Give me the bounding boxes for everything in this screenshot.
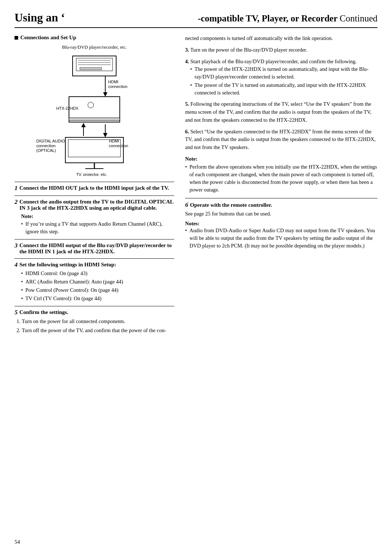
step-operate-title: Operate with the remote controller.: [190, 202, 272, 208]
step-2-num: 2: [15, 199, 18, 211]
svg-text:connection: connection: [109, 144, 128, 148]
step-5-item-1: Turn on the power for all connected comp…: [22, 318, 174, 325]
notes-item-1: Audio from DVD-Audio or Super Audio CD m…: [185, 227, 377, 250]
content-area: Connections and Set Up Blu-ray/DVD playe…: [15, 35, 377, 338]
right-note: Note: Perform the above operations when …: [185, 155, 377, 194]
svg-text:HDMI: HDMI: [108, 80, 118, 84]
step-3-title: 3 Connect the HDMI output of the Blu-ray…: [15, 242, 174, 255]
svg-rect-0: [73, 56, 116, 76]
connections-heading: Connections and Set Up: [15, 35, 174, 41]
step-operate-num: 6: [185, 201, 188, 209]
right-step-4: 4. Start playback of the Blu-ray/DVD pla…: [185, 58, 377, 97]
header-compatible: -compatible TV, Player, or Recorder: [198, 13, 338, 23]
notes-list: Audio from DVD-Audio or Super Audio CD m…: [185, 227, 377, 250]
step-5-list: Turn on the power for all connected comp…: [15, 318, 174, 334]
step-2-title: 2 Connect the audio output from the TV t…: [15, 199, 174, 211]
svg-text:HTX-22HDX: HTX-22HDX: [56, 106, 79, 110]
step-operate-title-row: 6 Operate with the remote controller.: [185, 201, 377, 209]
svg-point-11: [88, 102, 94, 108]
svg-marker-15: [81, 123, 86, 127]
step-2-note-item: If you’re using a TV that supports Audio…: [21, 220, 174, 235]
step-4: 4 Set the following settings in HDMI Set…: [15, 258, 174, 303]
svg-text:(OPTICAL): (OPTICAL): [36, 148, 56, 153]
page-number: 54: [15, 539, 20, 545]
right-notes: Notes: Audio from DVD-Audio or Super Aud…: [185, 221, 377, 250]
step-2: 2 Connect the audio output from the TV t…: [15, 196, 174, 235]
bullet-item: The power of the TV is turned on automat…: [190, 81, 377, 97]
step-3: 3 Connect the HDMI output of the Blu-ray…: [15, 239, 174, 255]
bullet-item: ARC (Audio Return Channel): Auto (page 4…: [21, 278, 174, 286]
step-4-title: 4 Set the following settings in HDMI Set…: [15, 262, 174, 269]
step-1: 1 Connect the HDMI OUT jack to the HDMI …: [15, 182, 174, 192]
right-step-5: 5. Following the operating instructions …: [185, 100, 377, 124]
svg-text:connection: connection: [36, 144, 56, 148]
step-4-num: 4: [15, 262, 18, 269]
right-continued-text: nected components is turned off automati…: [185, 35, 377, 43]
connection-diagram: HDMI connection HTX-22HDX DIGITAL AUDIO: [33, 52, 156, 176]
right-step-3: 3. Turn on the power of the Blu-ray/DVD …: [185, 46, 377, 54]
svg-marker-17: [103, 133, 107, 137]
step-2-note-list: If you’re using a TV that supports Audio…: [21, 220, 174, 235]
bullet-item: HDMI Control: On (page 43): [21, 270, 174, 277]
page-header: Using an ‘ -compatible TV, Player, or Re…: [15, 11, 377, 28]
step-3-num: 3: [15, 242, 18, 255]
right-note-list: Perform the above operations when you in…: [185, 163, 377, 194]
header-title-left: Using an ‘: [15, 11, 65, 24]
notes-label: Notes:: [185, 221, 377, 227]
step-1-title: 1 Connect the HDMI OUT jack to the HDMI …: [15, 185, 174, 192]
step-5-num: 5: [15, 309, 18, 316]
step-2-note: Note: If you’re using a TV that supports…: [21, 213, 174, 235]
header-continued: Continued: [340, 13, 377, 23]
diagram-container: Blu-ray/DVD player/recorder, etc. HDMI c…: [15, 44, 174, 176]
step-4-bullets: HDMI Control: On (page 43) ARC (Audio Re…: [21, 270, 174, 302]
step-operate-body: See page 25 for buttons that can be used…: [185, 210, 377, 218]
svg-text:DIGITAL AUDIO: DIGITAL AUDIO: [36, 139, 65, 143]
step-5-title: 5 Confirm the settings.: [15, 309, 174, 316]
step-5-item-2: Turn off the power of the TV, and confir…: [22, 327, 174, 334]
header-title-right: -compatible TV, Player, or Recorder Cont…: [65, 13, 377, 24]
diagram-label-top: Blu-ray/DVD player/recorder, etc.: [62, 44, 127, 50]
right-note-item: Perform the above operations when you in…: [185, 163, 377, 194]
divider: [185, 198, 377, 198]
left-column: Connections and Set Up Blu-ray/DVD playe…: [15, 35, 174, 338]
black-square-icon: [15, 36, 18, 40]
bullet-item: Pow Control (Power Control): On (page 44…: [21, 286, 174, 294]
svg-marker-7: [103, 92, 107, 97]
right-step-6: 6. Select “Use the speakers connected to…: [185, 128, 377, 152]
step-1-num: 1: [15, 185, 18, 192]
svg-text:TV, projector, etc.: TV, projector, etc.: [76, 172, 107, 176]
bullet-item: The power of the HTX-22HDX is turned on …: [190, 65, 377, 81]
svg-text:connection: connection: [108, 84, 127, 89]
step-4-right-bullets: The power of the HTX-22HDX is turned on …: [190, 65, 377, 97]
svg-rect-12: [69, 118, 120, 121]
svg-rect-5: [80, 68, 102, 70]
right-column: nected components is turned off automati…: [185, 35, 377, 338]
bullet-item: TV Ctrl (TV Control): On (page 44): [21, 295, 174, 302]
step-5: 5 Confirm the settings. Turn on the powe…: [15, 306, 174, 334]
step-operate: 6 Operate with the remote controller. Se…: [185, 201, 377, 218]
